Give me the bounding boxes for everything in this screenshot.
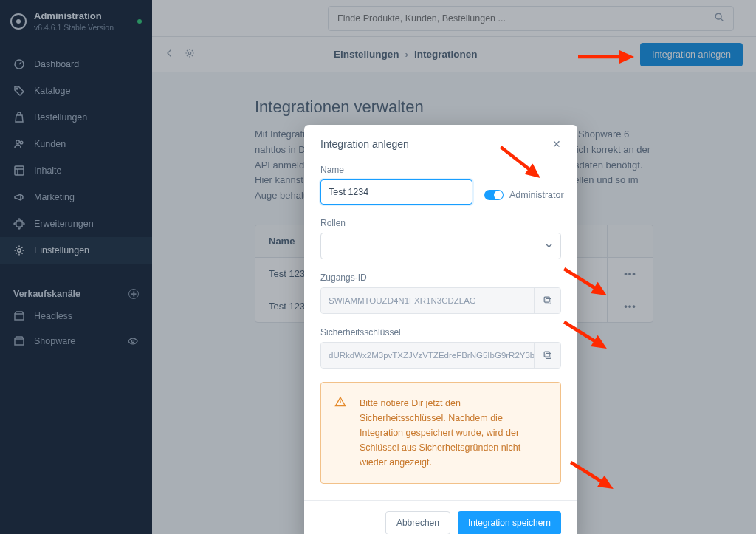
modal-title: Integration anlegen [320, 138, 409, 150]
admin-toggle[interactable] [484, 190, 504, 200]
secret-value: dURkdWx2M3pvTXZJVzVTZEdreFBrNG5IbG9rR2Y3… [321, 343, 534, 368]
save-integration-button[interactable]: Integration speichern [458, 511, 561, 534]
close-icon[interactable]: ✕ [552, 138, 561, 150]
svg-rect-12 [544, 297, 549, 302]
copy-secret-button[interactable] [534, 343, 560, 368]
integration-name-input[interactable] [320, 179, 472, 205]
warning-icon [334, 396, 346, 412]
label-roles: Rollen [320, 218, 561, 228]
copy-access-id-button[interactable] [534, 288, 560, 313]
create-integration-modal: Integration anlegen ✕ Name Administrator… [304, 125, 577, 534]
chevron-down-icon [545, 241, 553, 252]
label-secret: Sicherheitsschlüssel [320, 327, 561, 338]
label-name: Name [320, 165, 472, 175]
access-id-value: SWIAMMTOUZD4N1FXR1N3CDZLAG [321, 288, 534, 313]
alert-text: Bitte notiere Dir jetzt den Sicherheitss… [360, 398, 520, 468]
label-admin: Administrator [509, 190, 564, 200]
security-alert: Bitte notiere Dir jetzt den Sicherheitss… [320, 382, 561, 484]
cancel-button[interactable]: Abbrechen [385, 511, 450, 534]
roles-select[interactable] [320, 233, 561, 259]
svg-rect-13 [546, 353, 551, 358]
label-access-id: Zugangs-ID [320, 273, 561, 283]
svg-rect-11 [546, 298, 551, 304]
svg-rect-14 [544, 352, 549, 357]
